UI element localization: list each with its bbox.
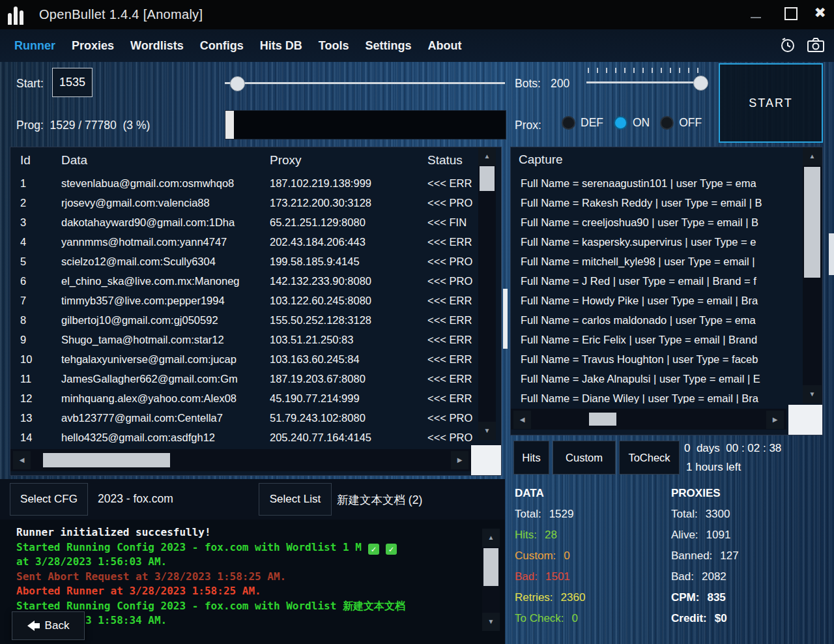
splitter-handle[interactable] bbox=[503, 289, 508, 349]
table-row[interactable]: 1stevenlabua@gmail.com:osmwhqo8187.102.2… bbox=[10, 173, 478, 193]
slider-ticks bbox=[588, 68, 706, 73]
scrollbar-thumb[interactable] bbox=[804, 167, 820, 278]
table-row[interactable]: 3dakotahayward90@gmail.com:1Dha65.21.251… bbox=[10, 212, 478, 232]
start-button[interactable]: START bbox=[719, 63, 823, 143]
scroll-down-icon[interactable]: ▼ bbox=[803, 385, 822, 403]
results-horizontal-scrollbar[interactable]: ◀ ▶ bbox=[10, 449, 471, 471]
scroll-up-icon[interactable]: ▲ bbox=[478, 147, 496, 166]
tab-tocheck[interactable]: ToCheck bbox=[619, 441, 680, 475]
scroll-down-icon[interactable]: ▼ bbox=[482, 613, 500, 631]
select-config-button[interactable]: Select CFG bbox=[10, 483, 88, 516]
column-header-status[interactable]: Status bbox=[427, 153, 478, 168]
scrollbar-thumb[interactable] bbox=[480, 166, 495, 191]
tab-about[interactable]: About bbox=[427, 29, 461, 62]
cell-id: 2 bbox=[20, 197, 61, 209]
cell-data: el_chino_ska@live.com.mx:Manoneg bbox=[61, 275, 270, 287]
stat-label: Total: bbox=[671, 508, 698, 520]
close-button[interactable]: ✖ bbox=[814, 5, 826, 22]
tab-custom[interactable]: Custom bbox=[553, 441, 616, 475]
capture-item[interactable]: Full Name = Howdy Pike | user Type = ema… bbox=[511, 291, 802, 310]
results-vertical-scrollbar[interactable]: ▲ ▼ bbox=[478, 147, 496, 440]
cell-id: 6 bbox=[20, 275, 61, 287]
scroll-up-icon[interactable]: ▲ bbox=[803, 147, 822, 166]
log-text: Started Running Config 2023 - fox.com wi… bbox=[16, 600, 405, 612]
scrollbar-thumb[interactable] bbox=[43, 453, 170, 467]
job-timer-icon[interactable] bbox=[779, 37, 796, 53]
scroll-up-icon[interactable]: ▲ bbox=[482, 529, 500, 547]
start-label: Start: bbox=[16, 77, 44, 91]
tab-wordlists[interactable]: Wordlists bbox=[130, 29, 184, 62]
table-row[interactable]: 12minhquang.alex@yahoo.com:Alex0845.190.… bbox=[10, 388, 478, 408]
log-scrollbar[interactable]: ▲ ▼ bbox=[482, 529, 500, 631]
column-header-id[interactable]: Id bbox=[20, 153, 61, 168]
capture-item[interactable]: Full Name = Diane Wiley | user Type = em… bbox=[511, 388, 802, 403]
table-row[interactable]: 14hello4325@gmail.com:asdfgh12205.240.77… bbox=[10, 428, 478, 446]
tab-hits-db[interactable]: Hits DB bbox=[260, 29, 302, 62]
select-list-button[interactable]: Select List bbox=[259, 483, 332, 516]
scrollbar-thumb[interactable] bbox=[589, 413, 616, 426]
log-text: Started Running Config 2023 - fox.com wi… bbox=[16, 541, 362, 553]
cell-data: dakotahayward90@gmail.com:1Dha bbox=[61, 216, 270, 229]
tab-settings[interactable]: Settings bbox=[365, 29, 411, 62]
tab-runner[interactable]: Runner bbox=[14, 29, 55, 62]
tab-configs[interactable]: Configs bbox=[200, 29, 244, 62]
prox-option-off[interactable]: OFF bbox=[660, 116, 702, 130]
table-row[interactable]: 13avb123777@gmail.com:Centella751.79.243… bbox=[10, 408, 478, 428]
capture-item[interactable]: Full Name = carlos maldonado | user Type… bbox=[511, 310, 802, 330]
table-row[interactable]: 5scielzo12@mail.com:Scully6304199.58.185… bbox=[10, 252, 478, 271]
capture-horizontal-scrollbar[interactable]: ◀ ▶ bbox=[511, 409, 786, 430]
capture-item[interactable]: Full Name = creeljoshua90 | user Type = … bbox=[511, 212, 802, 232]
prox-option-def[interactable]: DEF bbox=[562, 116, 603, 130]
log-text: Aborted Runner at 3/28/2023 1:58:25 AM. bbox=[16, 585, 261, 597]
capture-vertical-scrollbar[interactable]: ▲ ▼ bbox=[803, 147, 822, 403]
table-row[interactable]: 11JamesGallagher662@gmail.com:Gm187.19.2… bbox=[10, 369, 478, 388]
slider-thumb[interactable] bbox=[693, 76, 708, 91]
tab-hits[interactable]: Hits bbox=[513, 441, 549, 475]
cell-id: 7 bbox=[20, 295, 61, 307]
capture-item[interactable]: Full Name = Jake Alnapulsi | user Type =… bbox=[511, 369, 802, 388]
maximize-button[interactable] bbox=[784, 7, 798, 20]
scroll-left-icon[interactable]: ◀ bbox=[13, 451, 31, 469]
cell-status: <<< ERR bbox=[427, 295, 478, 307]
table-row[interactable]: 10tehgalaxyuniverse@gmail.com:jucap103.1… bbox=[10, 349, 478, 369]
tab-tools[interactable]: Tools bbox=[319, 29, 349, 62]
scroll-left-icon[interactable]: ◀ bbox=[513, 411, 531, 429]
scroll-right-icon[interactable]: ▶ bbox=[766, 411, 784, 429]
screenshot-camera-icon[interactable] bbox=[807, 37, 825, 53]
bots-slider[interactable] bbox=[586, 68, 708, 94]
scrollbar-thumb[interactable] bbox=[483, 548, 498, 586]
table-row[interactable]: 2rjosevy@gmail.com:valencia88173.212.200… bbox=[10, 193, 478, 212]
prox-option-on[interactable]: ON bbox=[614, 116, 650, 130]
start-position-slider[interactable] bbox=[225, 74, 505, 93]
column-header-data[interactable]: Data bbox=[61, 153, 270, 168]
capture-item[interactable]: Full Name = J Red | user Type = email | … bbox=[511, 271, 802, 291]
table-row[interactable]: 9Shugo_tama@hotmail.com:star12103.51.21.… bbox=[10, 330, 478, 349]
slider-thumb[interactable] bbox=[230, 76, 245, 91]
scroll-down-icon[interactable]: ▼ bbox=[478, 422, 496, 440]
results-rows: 1stevenlabua@gmail.com:osmwhqo8187.102.2… bbox=[10, 173, 478, 446]
minimize-button[interactable] bbox=[751, 17, 761, 19]
log-text: at 3/28/2023 1:56:03 AM. bbox=[16, 555, 167, 568]
table-row[interactable]: 8gilbertoj10@gmail.com:gj050592155.50.25… bbox=[10, 310, 478, 330]
column-header-proxy[interactable]: Proxy bbox=[270, 153, 427, 168]
stat-total: Total:1529 bbox=[515, 504, 668, 525]
capture-item[interactable]: Full Name = Rakesh Reddy | user Type = e… bbox=[511, 193, 802, 212]
table-row[interactable]: 4yannmms@hotmail.com:yann4747202.43.184.… bbox=[10, 232, 478, 252]
stat-banned: Banned:127 bbox=[671, 546, 824, 566]
stat-label: Bad: bbox=[671, 570, 694, 583]
window-edge-highlight bbox=[829, 233, 834, 275]
capture-item[interactable]: Full Name = Travus Houghton | user Type … bbox=[511, 349, 802, 369]
capture-item[interactable]: Full Name = mitchell_kyle98 | user Type … bbox=[511, 252, 802, 271]
table-row[interactable]: 6el_chino_ska@live.com.mx:Manoneg142.132… bbox=[10, 271, 478, 291]
tab-proxies[interactable]: Proxies bbox=[72, 29, 114, 62]
cell-id: 8 bbox=[20, 314, 61, 327]
cell-status: <<< ERR bbox=[427, 373, 478, 385]
capture-item[interactable]: Full Name = Eric Felix | user Type = ema… bbox=[511, 330, 802, 349]
capture-item[interactable]: Full Name = serenaagustin101 | user Type… bbox=[511, 173, 802, 193]
stat-hits: Hits:28 bbox=[515, 525, 668, 546]
capture-item[interactable]: Full Name = kaspersky.supervirus | user … bbox=[511, 232, 802, 252]
start-position-input[interactable] bbox=[52, 68, 93, 97]
scroll-right-icon[interactable]: ▶ bbox=[451, 451, 468, 469]
back-button[interactable]: Back bbox=[12, 611, 85, 640]
table-row[interactable]: 7timmyb357@live.com:pepper1994103.122.60… bbox=[10, 291, 478, 310]
